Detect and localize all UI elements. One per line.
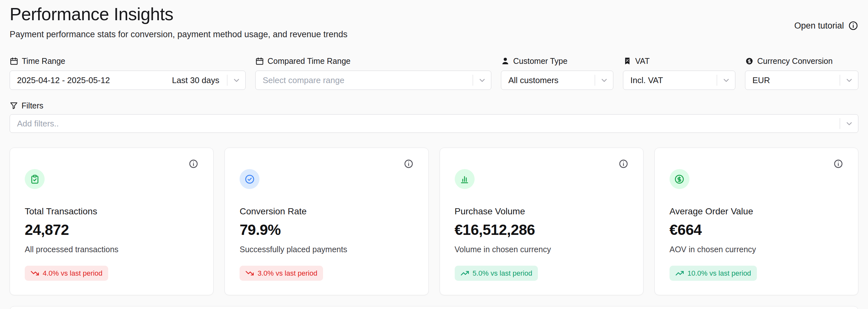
vat-value: Incl. VAT [630, 75, 663, 85]
metric-cards-row: Total Transactions 24,872 All processed … [10, 148, 858, 295]
card-description: Volume in chosen currency [455, 245, 628, 254]
chevron-down-icon [840, 76, 858, 85]
customer-type-label: Customer Type [501, 56, 613, 66]
card-title: Average Order Value [670, 206, 843, 216]
time-range-label: Time Range [10, 56, 246, 66]
compared-time-range-select[interactable] [255, 71, 491, 90]
add-filters-control[interactable] [10, 114, 858, 133]
time-range-value: 2025-04-12 - 2025-05-12 [17, 75, 110, 85]
customer-type-value: All customers [508, 75, 558, 85]
open-tutorial-label: Open tutorial [794, 21, 844, 31]
customer-type-group: Customer Type All customers [501, 56, 613, 90]
customer-type-select[interactable]: All customers [501, 71, 613, 90]
vat-label-text: VAT [635, 57, 650, 66]
trend-badge: 5.0% vs last period [455, 266, 538, 281]
chevron-down-icon [840, 119, 858, 128]
currency-conversion-label: Currency Conversion [745, 56, 858, 66]
vat-percent-icon [623, 57, 632, 65]
compared-time-range-label-text: Compared Time Range [268, 57, 350, 66]
calendar-icon [255, 57, 264, 65]
trend-up-icon [461, 269, 469, 278]
dollar-coin-icon [670, 169, 689, 189]
performance-insights-page: Performance Insights Payment performance… [0, 0, 868, 309]
compared-time-range-label: Compared Time Range [255, 56, 491, 66]
page-title: Performance Insights [10, 4, 347, 24]
clipboard-check-icon [25, 169, 44, 189]
trend-up-icon [675, 269, 684, 278]
currency-conversion-value: EUR [752, 75, 770, 85]
currency-coin-icon [745, 57, 754, 65]
card-value: 79.9% [240, 221, 413, 238]
funnel-icon [10, 101, 18, 110]
next-section-panel [10, 306, 858, 309]
card-title: Conversion Rate [240, 206, 413, 216]
purchase-volume-card: Purchase Volume €16,512,286 Volume in ch… [440, 148, 644, 295]
trend-badge: 4.0% vs last period [25, 266, 108, 281]
trend-badge: 3.0% vs last period [240, 266, 323, 281]
trend-badge: 10.0% vs last period [670, 266, 757, 281]
add-filters-input[interactable] [17, 119, 840, 129]
compared-time-range-group: Compared Time Range [255, 56, 491, 90]
trend-badge-text: 3.0% vs last period [257, 269, 317, 278]
time-range-preset: Last 30 days [172, 75, 227, 85]
customer-type-label-text: Customer Type [513, 57, 567, 66]
page-header-text: Performance Insights Payment performance… [10, 4, 347, 39]
filters-label-text: Filters [22, 101, 43, 110]
page-subtitle: Payment performance stats for conversion… [10, 30, 347, 39]
page-header: Performance Insights Payment performance… [10, 4, 858, 39]
trend-down-icon [31, 269, 39, 278]
card-title: Purchase Volume [455, 206, 628, 216]
calendar-icon [10, 57, 18, 65]
trend-badge-text: 10.0% vs last period [687, 269, 751, 278]
chevron-down-icon [227, 76, 245, 85]
person-icon [501, 57, 509, 65]
chevron-down-icon [595, 76, 613, 85]
total-transactions-card: Total Transactions 24,872 All processed … [10, 148, 214, 295]
time-range-group: Time Range 2025-04-12 - 2025-05-12 Last … [10, 56, 246, 90]
compared-time-range-input[interactable] [263, 75, 473, 85]
card-value: €664 [670, 221, 843, 238]
card-description: All processed transactions [25, 245, 198, 254]
currency-conversion-group: Currency Conversion EUR [745, 56, 858, 90]
vat-group: VAT Incl. VAT [623, 56, 735, 90]
card-title: Total Transactions [25, 206, 198, 216]
average-order-value-card: Average Order Value €664 AOV in chosen c… [654, 148, 858, 295]
time-range-label-text: Time Range [22, 57, 65, 66]
trend-down-icon [245, 269, 254, 278]
filters-label: Filters [10, 101, 858, 110]
currency-conversion-label-text: Currency Conversion [757, 57, 833, 66]
time-range-select[interactable]: 2025-04-12 - 2025-05-12 Last 30 days [10, 71, 246, 90]
info-icon[interactable] [619, 159, 628, 169]
currency-conversion-select[interactable]: EUR [745, 71, 858, 90]
vat-select[interactable]: Incl. VAT [623, 71, 735, 90]
bar-chart-icon [455, 169, 475, 189]
trend-badge-text: 4.0% vs last period [43, 269, 102, 278]
conversion-rate-card: Conversion Rate 79.9% Successfully place… [224, 148, 428, 295]
open-tutorial-link[interactable]: Open tutorial [794, 21, 858, 31]
card-description: Successfully placed payments [240, 245, 413, 254]
filter-bar: Time Range 2025-04-12 - 2025-05-12 Last … [10, 56, 858, 90]
info-icon[interactable] [188, 159, 198, 169]
chevron-down-icon [473, 76, 491, 85]
info-icon [848, 21, 858, 31]
check-circle-icon [240, 169, 259, 189]
vat-label: VAT [623, 56, 735, 66]
trend-badge-text: 5.0% vs last period [473, 269, 532, 278]
info-icon[interactable] [404, 159, 413, 169]
chevron-down-icon [717, 76, 735, 85]
card-value: €16,512,286 [455, 221, 628, 238]
card-value: 24,872 [25, 221, 198, 238]
info-icon[interactable] [833, 159, 843, 169]
card-description: AOV in chosen currency [670, 245, 843, 254]
